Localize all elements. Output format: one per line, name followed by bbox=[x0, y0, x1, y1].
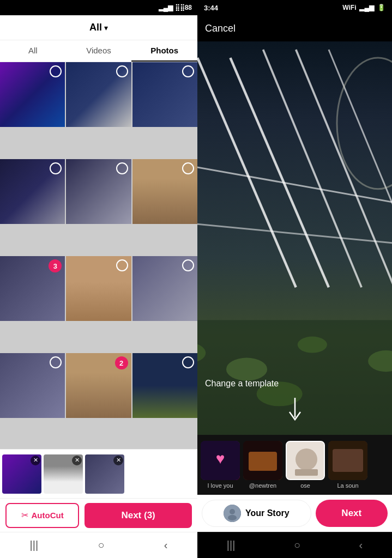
photo-cell[interactable]: 2 bbox=[66, 353, 131, 418]
recent-apps-icon[interactable]: ||| bbox=[227, 539, 236, 551]
selected-thumb[interactable]: ✕ bbox=[2, 454, 41, 494]
photo-cell[interactable] bbox=[132, 353, 197, 418]
chevron-down-icon: ▾ bbox=[104, 23, 108, 32]
photo-cell[interactable] bbox=[132, 62, 197, 127]
scissors-icon: ✂ bbox=[21, 510, 28, 520]
left-battery: 88 bbox=[185, 4, 192, 11]
template-preview bbox=[328, 441, 367, 480]
down-arrow-icon bbox=[286, 398, 304, 424]
svg-text:♥: ♥ bbox=[216, 450, 225, 467]
change-template-label: Change a template bbox=[205, 379, 279, 389]
select-circle bbox=[182, 259, 194, 271]
select-circle bbox=[116, 65, 128, 77]
autocut-button[interactable]: ✂ AutoCut bbox=[5, 503, 79, 528]
left-signal: ▂▄▆ ⣿⣿ bbox=[159, 4, 185, 11]
select-circle bbox=[182, 65, 194, 77]
template-preview: ♥ bbox=[201, 441, 240, 480]
your-story-label: Your Story bbox=[245, 508, 290, 518]
select-circle bbox=[116, 259, 128, 271]
template-item[interactable]: ♥ I love you bbox=[201, 441, 240, 489]
selected-thumb[interactable]: ✕ bbox=[85, 454, 124, 494]
main-preview-image: Change a template bbox=[197, 41, 392, 435]
template-preview bbox=[287, 442, 325, 480]
template-thumb bbox=[328, 441, 367, 480]
back-icon[interactable]: ‹ bbox=[359, 539, 363, 551]
your-story-button[interactable]: Your Story bbox=[202, 500, 311, 527]
template-thumb bbox=[243, 441, 282, 480]
remove-thumb-button[interactable]: ✕ bbox=[31, 456, 40, 465]
tab-all[interactable]: All bbox=[0, 40, 66, 62]
gallery-title: All bbox=[89, 22, 102, 33]
svg-point-27 bbox=[228, 515, 237, 520]
recent-apps-icon[interactable]: ||| bbox=[30, 539, 39, 551]
template-label: @newtren bbox=[249, 482, 276, 489]
arrow-indicator bbox=[286, 398, 304, 424]
selection-badge: 2 bbox=[115, 356, 128, 369]
template-item[interactable]: @newtren bbox=[243, 441, 282, 489]
photo-cell[interactable]: 3 bbox=[0, 256, 65, 321]
autocut-label: AutoCut bbox=[32, 511, 64, 520]
image-overlay bbox=[197, 41, 392, 435]
home-icon[interactable]: ○ bbox=[294, 539, 300, 551]
selected-strip: ✕ ✕ ✕ bbox=[0, 449, 197, 498]
next-label-right: Next bbox=[341, 508, 361, 519]
svg-rect-19 bbox=[249, 452, 277, 471]
right-panel: 3:44 WiFi ▂▄▆ 🔋 Cancel bbox=[197, 0, 392, 558]
photo-cell[interactable] bbox=[132, 159, 197, 224]
story-avatar bbox=[224, 505, 241, 522]
select-circle bbox=[50, 162, 62, 174]
template-item[interactable]: La soun bbox=[328, 441, 367, 489]
photo-cell[interactable] bbox=[0, 159, 65, 224]
svg-rect-24 bbox=[333, 449, 363, 472]
left-bottom-bar: ✂ AutoCut Next (3) bbox=[0, 498, 197, 532]
avatar-image bbox=[224, 505, 241, 522]
photo-cell[interactable] bbox=[66, 62, 131, 127]
right-time: 3:44 bbox=[204, 4, 342, 12]
next-button-right[interactable]: Next bbox=[316, 500, 388, 527]
svg-point-11 bbox=[226, 358, 267, 381]
right-nav-bar: ||| ○ ‹ bbox=[197, 532, 392, 558]
wifi-icon: WiFi bbox=[342, 4, 356, 11]
signal-icon: ▂▄▆ bbox=[359, 4, 374, 11]
select-circle bbox=[182, 162, 194, 174]
right-top-bar: Cancel bbox=[197, 15, 392, 41]
photo-cell[interactable] bbox=[0, 62, 65, 127]
left-nav-bar: ||| ○ ‹ bbox=[0, 532, 197, 558]
select-circle bbox=[182, 356, 194, 368]
selected-thumb[interactable]: ✕ bbox=[44, 454, 83, 494]
tab-videos[interactable]: Videos bbox=[66, 40, 132, 62]
template-label: I love you bbox=[207, 482, 233, 489]
template-label: La soun bbox=[337, 482, 358, 489]
photo-cell[interactable] bbox=[66, 159, 131, 224]
home-icon[interactable]: ○ bbox=[98, 539, 104, 551]
right-status-bar: 3:44 WiFi ▂▄▆ 🔋 bbox=[197, 0, 392, 15]
template-label: ose bbox=[300, 482, 310, 489]
select-circle bbox=[116, 162, 128, 174]
svg-point-21 bbox=[295, 448, 317, 470]
photo-cell[interactable] bbox=[66, 256, 131, 321]
right-status-icons: WiFi ▂▄▆ 🔋 bbox=[342, 4, 385, 11]
battery-icon: 🔋 bbox=[377, 4, 385, 11]
left-status-bar: ▂▄▆ ⣿⣿ 88 bbox=[0, 0, 197, 15]
photo-cell[interactable] bbox=[0, 353, 65, 418]
back-icon[interactable]: ‹ bbox=[164, 539, 168, 551]
next-label-left: Next (3) bbox=[121, 510, 155, 521]
next-button-left[interactable]: Next (3) bbox=[85, 503, 192, 528]
template-preview bbox=[243, 441, 282, 480]
svg-rect-22 bbox=[295, 469, 318, 476]
tab-photos[interactable]: Photos bbox=[131, 40, 197, 62]
remove-thumb-button[interactable]: ✕ bbox=[72, 456, 82, 465]
svg-point-12 bbox=[298, 337, 327, 353]
svg-point-26 bbox=[230, 509, 235, 514]
remove-thumb-button[interactable]: ✕ bbox=[113, 456, 123, 465]
template-thumb: ♥ bbox=[201, 441, 240, 480]
photo-grid: 3 2 bbox=[0, 62, 197, 449]
filter-tabs: All Videos Photos bbox=[0, 40, 197, 62]
template-strip: ♥ I love you @newtren bbox=[197, 435, 392, 495]
selection-badge: 3 bbox=[49, 259, 62, 272]
template-thumb-selected bbox=[286, 441, 325, 480]
photo-cell[interactable] bbox=[132, 256, 197, 321]
left-panel: ▂▄▆ ⣿⣿ 88 All ▾ All Videos Photos bbox=[0, 0, 197, 558]
cancel-button[interactable]: Cancel bbox=[205, 23, 236, 34]
template-item-selected[interactable]: ose bbox=[286, 441, 325, 489]
